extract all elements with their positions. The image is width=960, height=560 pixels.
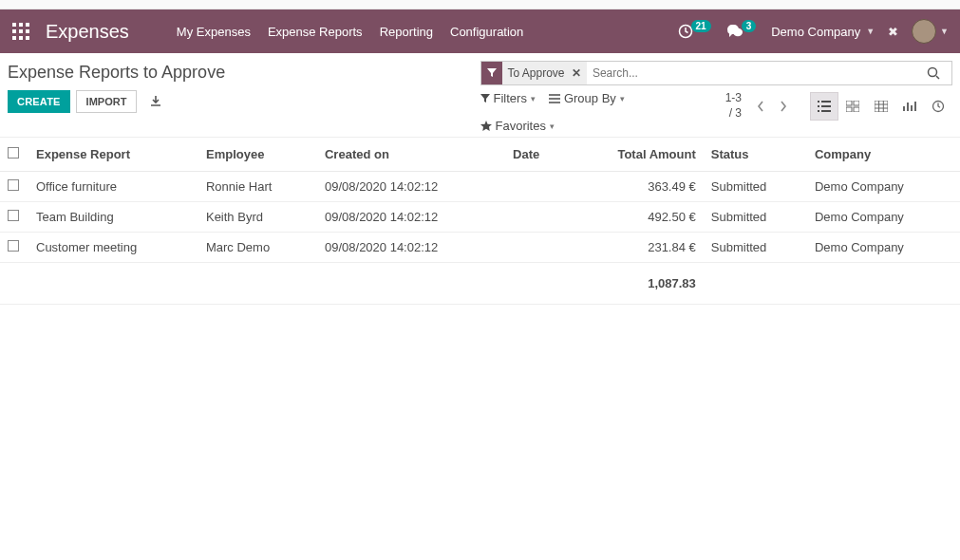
col-company[interactable]: Company bbox=[807, 138, 960, 172]
caret-down-icon: ▾ bbox=[550, 121, 555, 131]
svg-rect-4 bbox=[19, 29, 23, 33]
view-activity-button[interactable] bbox=[924, 92, 952, 121]
cell-report: Office furniture bbox=[28, 172, 198, 202]
import-button[interactable]: IMPORT bbox=[76, 90, 138, 113]
table-row[interactable]: Team BuildingKeith Byrd09/08/2020 14:02:… bbox=[0, 202, 960, 233]
cell-company: Demo Company bbox=[807, 172, 960, 202]
chat-icon bbox=[726, 24, 744, 39]
svg-rect-5 bbox=[26, 29, 29, 33]
cell-date bbox=[505, 172, 567, 202]
svg-rect-12 bbox=[846, 101, 852, 105]
caret-down-icon: ▼ bbox=[866, 27, 875, 36]
company-name: Demo Company bbox=[771, 25, 860, 39]
search-input[interactable] bbox=[587, 66, 927, 80]
cell-company: Demo Company bbox=[807, 202, 960, 233]
nav-reporting[interactable]: Reporting bbox=[380, 25, 433, 39]
control-panel: Expense Reports to Approve CREATE IMPORT… bbox=[0, 53, 960, 138]
col-report[interactable]: Expense Report bbox=[28, 138, 198, 172]
table-total-row: 1,087.83 bbox=[0, 263, 960, 305]
svg-rect-16 bbox=[875, 101, 888, 112]
favorites-dropdown[interactable]: Favorites ▾ bbox=[480, 119, 713, 133]
search-facet: To Approve ✕ bbox=[481, 62, 587, 84]
svg-point-10 bbox=[733, 28, 743, 36]
activities-count: 21 bbox=[691, 20, 711, 32]
groupby-dropdown[interactable]: Group By ▾ bbox=[549, 91, 625, 105]
row-checkbox[interactable] bbox=[8, 179, 19, 191]
facet-label: To Approve ✕ bbox=[502, 62, 587, 84]
cell-amount: 231.84 € bbox=[567, 233, 704, 263]
view-list-button[interactable] bbox=[810, 92, 838, 121]
cell-amount: 363.49 € bbox=[567, 172, 704, 202]
cell-report: Team Building bbox=[28, 202, 198, 233]
create-button[interactable]: CREATE bbox=[8, 90, 70, 113]
view-graph-button[interactable] bbox=[895, 92, 924, 121]
view-pivot-button[interactable] bbox=[867, 92, 895, 121]
nav-configuration[interactable]: Configuration bbox=[450, 25, 523, 39]
cell-date bbox=[505, 202, 567, 233]
cell-amount: 492.50 € bbox=[567, 202, 704, 233]
nav-right: 21 3 Demo Company ▼ ✖ ▼ bbox=[678, 19, 956, 44]
col-created[interactable]: Created on bbox=[317, 138, 505, 172]
pager-prev-button[interactable] bbox=[749, 95, 772, 118]
cell-employee: Ronnie Hart bbox=[198, 172, 317, 202]
cell-created: 09/08/2020 14:02:12 bbox=[317, 172, 505, 202]
filters-dropdown[interactable]: Filters ▾ bbox=[480, 91, 536, 105]
svg-rect-2 bbox=[26, 23, 29, 27]
download-button[interactable] bbox=[142, 91, 169, 112]
star-icon bbox=[480, 121, 492, 131]
svg-rect-14 bbox=[846, 107, 852, 112]
row-checkbox[interactable] bbox=[8, 240, 19, 252]
caret-down-icon: ▾ bbox=[620, 94, 625, 103]
funnel-icon bbox=[480, 94, 490, 103]
cell-status: Submitted bbox=[704, 172, 807, 202]
cell-company: Demo Company bbox=[807, 233, 960, 263]
app-brand[interactable]: Expenses bbox=[38, 21, 158, 43]
facet-remove-button[interactable]: ✕ bbox=[565, 66, 581, 80]
pager-next-button[interactable] bbox=[772, 95, 795, 118]
list-icon bbox=[818, 101, 831, 112]
navbar: Expenses My Expenses Expense Reports Rep… bbox=[0, 9, 960, 53]
table-row[interactable]: Office furnitureRonnie Hart09/08/2020 14… bbox=[0, 172, 960, 202]
list-icon bbox=[549, 94, 560, 103]
total-amount: 1,087.83 bbox=[567, 263, 704, 305]
apps-icon[interactable] bbox=[4, 9, 38, 53]
table-row[interactable]: Customer meetingMarc Demo09/08/2020 14:0… bbox=[0, 233, 960, 263]
cell-created: 09/08/2020 14:02:12 bbox=[317, 202, 505, 233]
svg-rect-15 bbox=[854, 107, 859, 112]
svg-rect-3 bbox=[12, 29, 16, 33]
chevron-left-icon bbox=[757, 101, 764, 112]
col-employee[interactable]: Employee bbox=[198, 138, 317, 172]
row-checkbox[interactable] bbox=[8, 210, 19, 221]
svg-rect-6 bbox=[12, 36, 16, 40]
search-icon[interactable] bbox=[927, 66, 951, 80]
funnel-icon bbox=[481, 62, 502, 84]
avatar bbox=[912, 19, 936, 44]
messages-button[interactable]: 3 bbox=[726, 24, 759, 39]
user-menu[interactable]: ▼ bbox=[912, 19, 949, 44]
activities-button[interactable]: 21 bbox=[678, 24, 713, 39]
svg-rect-8 bbox=[26, 36, 29, 40]
svg-rect-7 bbox=[19, 36, 23, 40]
cell-date bbox=[505, 233, 567, 263]
svg-rect-1 bbox=[19, 23, 23, 27]
view-kanban-button[interactable] bbox=[838, 92, 867, 121]
col-amount[interactable]: Total Amount bbox=[567, 138, 704, 172]
chevron-right-icon bbox=[780, 101, 787, 112]
expense-reports-table: Expense Report Employee Created on Date … bbox=[0, 138, 960, 305]
page-title: Expense Reports to Approve bbox=[8, 61, 480, 90]
nav-links: My Expenses Expense Reports Reporting Co… bbox=[158, 25, 678, 39]
company-switcher[interactable]: Demo Company ▼ bbox=[771, 25, 875, 39]
debug-icon[interactable]: ✖ bbox=[888, 25, 898, 39]
svg-point-11 bbox=[929, 68, 937, 77]
col-status[interactable]: Status bbox=[704, 138, 807, 172]
select-all-checkbox[interactable] bbox=[8, 147, 19, 159]
cell-report: Customer meeting bbox=[28, 233, 198, 263]
nav-expense-reports[interactable]: Expense Reports bbox=[268, 25, 363, 39]
pager-text[interactable]: 1-3 / 3 bbox=[725, 91, 742, 121]
nav-my-expenses[interactable]: My Expenses bbox=[177, 25, 251, 39]
cell-status: Submitted bbox=[704, 233, 807, 263]
bar-chart-icon bbox=[903, 101, 916, 112]
cell-status: Submitted bbox=[704, 202, 807, 233]
svg-rect-13 bbox=[854, 101, 859, 105]
col-date[interactable]: Date bbox=[505, 138, 567, 172]
